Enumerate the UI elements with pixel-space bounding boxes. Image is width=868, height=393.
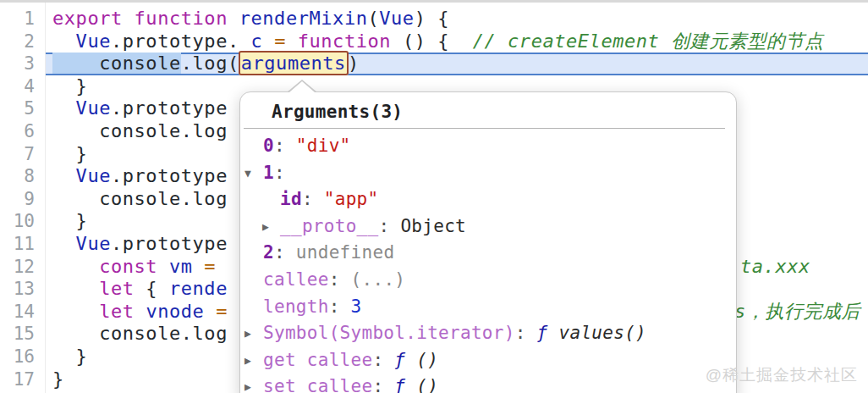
code-token: renderMixin xyxy=(239,8,368,29)
line-number[interactable]: 12 xyxy=(0,256,35,279)
code-token: // createElement 创建元素型的节点 xyxy=(473,30,824,52)
code-token: Vue xyxy=(379,8,414,29)
line-number[interactable]: 9 xyxy=(0,188,35,211)
property-row: ▶set callee: ƒ () xyxy=(240,374,736,393)
code-token: ) { xyxy=(415,8,449,29)
property-token: () xyxy=(405,376,438,393)
line-number[interactable]: 11 xyxy=(0,233,35,256)
line-number[interactable]: 17 xyxy=(0,368,35,391)
code-token: () { xyxy=(391,30,473,52)
property-token: id xyxy=(280,189,302,209)
expand-icon[interactable]: ▶ xyxy=(244,374,260,393)
comment-fragment: s，执行完成后 xyxy=(734,301,860,324)
code-token xyxy=(52,30,76,52)
selected-word: console xyxy=(52,53,181,74)
property-token: length xyxy=(263,296,329,317)
property-token: callee xyxy=(263,269,329,290)
property-token: : xyxy=(274,163,285,183)
code-token: } xyxy=(52,75,87,97)
line-number[interactable]: 8 xyxy=(0,165,35,188)
collapse-icon[interactable]: ▼ xyxy=(244,160,260,187)
property-row: ▶get callee: ƒ () xyxy=(240,347,736,374)
code-token: .prototype. xyxy=(111,30,251,52)
line-number[interactable]: 7 xyxy=(0,143,35,166)
code-token xyxy=(228,8,239,29)
property-token: : xyxy=(274,242,296,263)
code-token: .log( xyxy=(181,53,239,74)
hovered-variable[interactable]: arguments xyxy=(239,51,349,75)
property-token: 0 xyxy=(263,136,274,156)
code-token xyxy=(157,256,169,277)
line-number[interactable]: 14 xyxy=(0,301,35,324)
property-token: 2 xyxy=(263,242,274,263)
watermark: @稀土掘金技术社区 xyxy=(706,364,858,386)
line-number[interactable]: 4 xyxy=(0,75,35,98)
property-token: "div" xyxy=(296,136,351,156)
code-token: Vue xyxy=(76,165,111,186)
code-token: console.log xyxy=(52,323,228,344)
code-token: } xyxy=(52,368,64,390)
code-token xyxy=(52,301,99,322)
property-token: undefined xyxy=(296,242,395,263)
property-token: : xyxy=(302,189,324,209)
line-number[interactable]: 6 xyxy=(0,120,35,143)
code-token xyxy=(262,30,274,52)
property-token: ƒ xyxy=(394,376,405,393)
line-number[interactable]: 15 xyxy=(0,323,35,346)
code-token: Vue xyxy=(76,30,111,52)
property-row: ▶Symbol(Symbol.iterator): ƒ values() xyxy=(240,320,736,347)
line-number[interactable]: 5 xyxy=(0,97,35,120)
line-number[interactable]: 10 xyxy=(0,210,35,233)
property-token: : xyxy=(372,350,394,370)
property-token: (...) xyxy=(351,269,406,290)
code-token: ( xyxy=(367,8,379,29)
property-token: ƒ xyxy=(394,350,405,370)
code-token: = xyxy=(216,301,228,322)
property-token: ƒ xyxy=(537,323,548,343)
code-token: = xyxy=(274,30,286,52)
code-token: } xyxy=(52,346,87,367)
popup-divider xyxy=(244,128,725,129)
code-token xyxy=(52,256,99,277)
property-token: : xyxy=(329,269,351,290)
comment-fragment: ta.xxx xyxy=(740,256,810,279)
current-execution-line: console.log(arguments) xyxy=(46,53,868,75)
code-token: c xyxy=(251,30,263,52)
code-token xyxy=(135,301,146,322)
expand-icon[interactable]: ▶ xyxy=(262,213,277,241)
code-editor-screen: 1234567891011121314151617 export functio… xyxy=(0,0,868,393)
property-token: Symbol(Symbol.iterator) xyxy=(263,323,515,343)
expand-icon[interactable]: ▶ xyxy=(244,347,260,374)
code-token: Vue xyxy=(76,97,111,119)
line-number[interactable]: 16 xyxy=(0,346,35,368)
property-token: values() xyxy=(548,323,647,343)
popup-title: Arguments(3) xyxy=(240,92,736,128)
line-number[interactable]: 1 xyxy=(0,8,35,30)
property-token: : xyxy=(372,376,394,393)
code-token: } xyxy=(52,143,87,164)
code-token: ) xyxy=(348,53,360,74)
code-token: .prototype xyxy=(111,97,228,119)
line-number-gutter: 1234567891011121314151617 xyxy=(0,3,46,393)
code-token: let xyxy=(99,301,134,322)
property-token: 3 xyxy=(351,296,362,317)
line-number[interactable]: 13 xyxy=(0,278,35,301)
code-token: { xyxy=(135,278,169,299)
code-token: rende xyxy=(169,278,228,299)
code-token: export function xyxy=(52,8,228,29)
line-number[interactable]: 3 xyxy=(0,53,35,75)
code-token: vnode xyxy=(146,301,204,322)
code-token: console.log xyxy=(52,188,228,209)
property-token: 1 xyxy=(263,163,274,183)
line-number[interactable]: 2 xyxy=(0,30,35,53)
code-token xyxy=(52,278,99,299)
code-token xyxy=(52,97,76,119)
code-token xyxy=(193,256,205,277)
property-row: ▼1: xyxy=(240,160,736,187)
expand-icon[interactable]: ▶ xyxy=(244,320,260,347)
code-token: Vue xyxy=(76,233,111,254)
property-row: id: "app" xyxy=(240,186,736,213)
property-token: : xyxy=(515,323,537,343)
property-row: 0: "div" xyxy=(240,133,736,160)
property-token: : xyxy=(379,216,401,236)
